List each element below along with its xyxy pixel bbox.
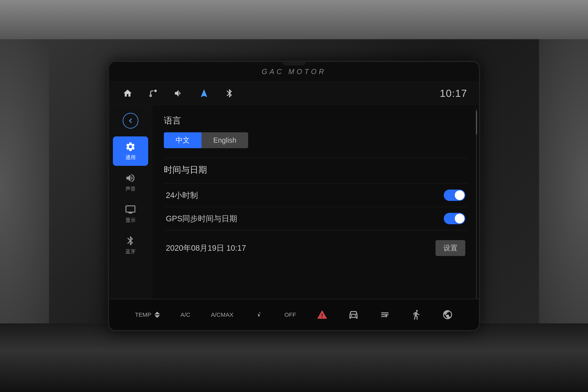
svg-point-2 <box>351 315 352 316</box>
temp-down-arrow <box>154 315 160 318</box>
temp-up-arrow <box>154 312 160 314</box>
scrollbar-thumb <box>476 111 477 134</box>
car-interior-bottom <box>0 324 588 392</box>
car-rear-button[interactable] <box>348 309 359 320</box>
24hr-label: 24小时制 <box>166 190 198 201</box>
fan-control[interactable] <box>254 310 264 320</box>
divider-1 <box>164 158 467 158</box>
display-label: 显示 <box>126 217 136 224</box>
sidebar-item-bluetooth[interactable]: 蓝牙 <box>113 230 148 260</box>
gps-sync-toggle-knob <box>455 214 464 224</box>
main-content-area: 通用 声音 显示 <box>109 105 479 330</box>
car-interior-left <box>0 39 49 333</box>
divider-4 <box>164 230 467 230</box>
sidebar-item-audio[interactable]: 声音 <box>113 168 148 197</box>
gps-sync-toggle-switch[interactable] <box>444 213 465 224</box>
car-interior-top <box>0 0 588 39</box>
location-compass-icon[interactable] <box>197 86 211 100</box>
language-section-title: 语言 <box>164 115 467 126</box>
gps-sync-label: GPS同步时间与日期 <box>166 213 237 224</box>
ac-max-label: A/CMAX <box>211 312 234 318</box>
audio-label: 声音 <box>126 186 136 192</box>
ac-button[interactable]: A/C <box>180 312 190 318</box>
off-label: OFF <box>284 312 296 318</box>
ac-max-button[interactable]: A/CMAX <box>211 312 234 318</box>
english-language-button[interactable]: English <box>202 132 248 148</box>
warning-triangle-icon <box>317 309 328 320</box>
seat-heat-icon <box>411 309 422 320</box>
svg-point-0 <box>150 95 151 96</box>
sidebar-item-general[interactable]: 通用 <box>113 136 148 166</box>
vent-button[interactable] <box>442 309 453 320</box>
24hr-toggle-switch[interactable] <box>444 190 465 201</box>
general-label: 通用 <box>126 154 136 161</box>
svg-point-3 <box>355 315 356 316</box>
back-circle-icon <box>123 113 138 128</box>
ac-label: A/C <box>180 312 190 318</box>
infotainment-screen: GAC MOTOR <box>108 61 480 331</box>
camera-bump <box>282 61 306 66</box>
rear-defrost-icon <box>380 309 390 320</box>
top-nav: 10:17 <box>109 82 479 105</box>
vent-icon <box>442 309 453 320</box>
back-button[interactable] <box>121 111 140 130</box>
off-button[interactable]: OFF <box>284 312 296 318</box>
navigation-route-icon[interactable] <box>146 86 160 100</box>
seat-heat-button[interactable] <box>411 309 422 320</box>
climate-control-bar: TEMP A/C A/CMAX OFF <box>109 299 479 330</box>
settings-sidebar: 通用 声音 显示 <box>109 105 152 330</box>
settings-content-panel: 语言 中文 English 时间与日期 24小时制 <box>152 105 479 330</box>
audio-icon[interactable] <box>172 86 186 100</box>
car-rear-icon <box>348 309 359 320</box>
brand-name: GAC MOTOR <box>262 68 326 76</box>
temperature-control[interactable]: TEMP <box>135 312 160 318</box>
rear-defrost-button[interactable] <box>380 309 390 320</box>
datetime-settings-button[interactable]: 设置 <box>436 240 465 256</box>
car-interior-right <box>539 39 588 333</box>
home-icon[interactable] <box>121 86 134 100</box>
bluetooth-label: 蓝牙 <box>126 248 136 255</box>
temp-label: TEMP <box>135 312 151 318</box>
temp-arrows <box>154 312 160 318</box>
current-datetime-display: 2020年08月19日 10:17 <box>166 243 246 254</box>
divider-3 <box>164 207 467 207</box>
gps-sync-toggle-row: GPS同步时间与日期 <box>164 213 467 224</box>
24hr-toggle-row: 24小时制 <box>164 190 467 201</box>
fan-icon <box>254 310 264 320</box>
divider-2 <box>164 184 467 184</box>
bluetooth-nav-icon[interactable] <box>223 86 236 100</box>
chinese-language-button[interactable]: 中文 <box>164 132 202 148</box>
scrollbar[interactable] <box>476 109 477 326</box>
clock-display: 10:17 <box>440 88 467 99</box>
time-date-section-title: 时间与日期 <box>164 164 467 176</box>
language-selector: 中文 English <box>164 132 467 148</box>
date-display-row: 2020年08月19日 10:17 设置 <box>164 236 467 260</box>
24hr-toggle-knob <box>455 190 464 200</box>
sidebar-item-display[interactable]: 显示 <box>113 199 148 228</box>
car-background: GAC MOTOR <box>0 0 588 392</box>
warning-indicator <box>317 309 328 320</box>
